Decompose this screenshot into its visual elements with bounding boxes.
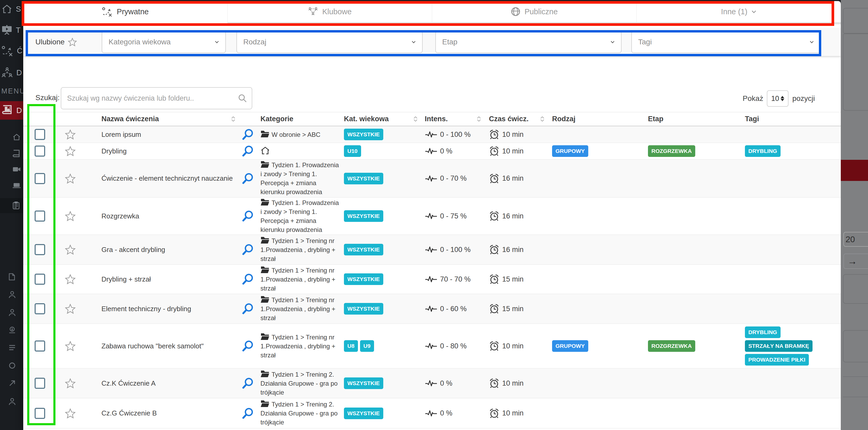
- intensity-cell: 0 - 100 %: [420, 130, 484, 139]
- house-icon[interactable]: [13, 133, 21, 141]
- category-cell: Tydzien 1 > Trening nr 1.Prowadzenia , d…: [257, 333, 341, 360]
- payment-icon[interactable]: [9, 327, 16, 334]
- sidebar-item-active[interactable]: D: [0, 101, 23, 120]
- dimmed-background-strip: 20 →: [841, 0, 868, 430]
- star-icon[interactable]: [65, 274, 75, 284]
- circle-icon[interactable]: [9, 362, 16, 369]
- star-icon[interactable]: [65, 174, 75, 184]
- star-icon[interactable]: [65, 304, 75, 314]
- row-checkbox[interactable]: [35, 274, 45, 285]
- header-intens[interactable]: Intens.: [420, 115, 484, 123]
- dropdown-etap[interactable]: Etap: [435, 31, 622, 53]
- tagi-cell: DRYBLING: [742, 145, 841, 157]
- row-checkbox[interactable]: [35, 303, 45, 314]
- row-select-cell: [23, 146, 56, 157]
- exercise-name: Cz.G Ćwiczenie B: [101, 409, 157, 417]
- favorites-filter[interactable]: Ulubione: [35, 38, 77, 46]
- sort-icon[interactable]: [540, 117, 544, 122]
- star-icon[interactable]: [65, 245, 75, 255]
- star-icon[interactable]: [65, 146, 75, 156]
- search-input[interactable]: [61, 94, 238, 102]
- header-czas-cwicz[interactable]: Czas ćwicz.: [484, 115, 547, 123]
- intensity-value: 0 - 70 %: [440, 174, 467, 183]
- exercise-name: Cz.K Ćwiczenie A: [101, 379, 156, 388]
- row-checkbox[interactable]: [35, 129, 45, 140]
- folder-icon: [260, 333, 270, 340]
- page-size-spinner[interactable]: 10: [767, 90, 788, 107]
- folder-icon: [260, 160, 270, 168]
- user-icon[interactable]: [9, 309, 16, 316]
- folder-path: Tydzien 1 > Trening nr 1.Prowadzenia , d…: [260, 266, 340, 293]
- dropdown-tagi[interactable]: Tagi: [631, 31, 821, 53]
- row-checkbox[interactable]: [35, 211, 45, 222]
- sort-icon[interactable]: [477, 117, 481, 122]
- dropdown-rodzaj[interactable]: Rodzaj: [237, 31, 423, 53]
- camera-icon[interactable]: [13, 166, 21, 172]
- header-kat-wiekowa[interactable]: Kat. wiekowa: [341, 115, 420, 123]
- dropdown-kategoria-wiekowa[interactable]: Kategoria wiekowa: [102, 31, 226, 53]
- sort-icon[interactable]: [231, 117, 235, 122]
- table-header: Nazwa ćwiczenia Kategorie Kat. wiekowa I…: [23, 112, 841, 126]
- tab-klubowe[interactable]: Klubowe: [227, 1, 432, 24]
- tab-publiczne[interactable]: Publiczne: [432, 1, 636, 24]
- preview-search-icon[interactable]: [242, 145, 254, 157]
- intensity-value: 0 %: [440, 147, 453, 155]
- preview-search-icon[interactable]: [242, 407, 254, 420]
- age-category-cell: U10: [341, 145, 420, 157]
- tab-inne[interactable]: Inne (1): [636, 1, 841, 24]
- intensity-cell: 0 - 80 %: [420, 342, 484, 350]
- preview-search-icon[interactable]: [242, 377, 254, 389]
- preview-search-icon[interactable]: [242, 340, 254, 352]
- preview-search-icon[interactable]: [242, 303, 254, 315]
- globe-icon: [511, 7, 520, 17]
- book-icon[interactable]: [13, 150, 20, 157]
- badge: DRYBLING: [745, 145, 781, 157]
- arrow-icon[interactable]: [9, 380, 16, 387]
- laptop-icon[interactable]: [13, 183, 21, 189]
- home-icon: [2, 4, 12, 14]
- row-checkbox[interactable]: [35, 146, 45, 157]
- badge: GRUPOWY: [552, 340, 588, 352]
- sidebar-item-cwiczenia[interactable]: Ć: [0, 44, 23, 57]
- star-icon[interactable]: [68, 38, 77, 46]
- sidebar-item-treningi[interactable]: T: [0, 24, 23, 36]
- star-icon[interactable]: [65, 408, 75, 419]
- preview-search-icon[interactable]: [242, 128, 254, 141]
- preview-search-icon[interactable]: [242, 273, 254, 285]
- header-nazwa-cwiczenia[interactable]: Nazwa ćwiczenia: [84, 115, 238, 123]
- star-icon[interactable]: [65, 341, 75, 351]
- header-kategorie: Kategorie: [257, 115, 341, 123]
- list-icon[interactable]: [9, 344, 16, 351]
- clipboard-icon[interactable]: [13, 202, 20, 210]
- tab-prywatne[interactable]: Prywatne: [23, 1, 227, 24]
- book-icon: [2, 105, 13, 116]
- exercise-name-cell: Cz.K Ćwiczenie A: [84, 379, 238, 388]
- sidebar-item-druzyny[interactable]: D: [0, 67, 23, 79]
- row-checkbox[interactable]: [35, 408, 45, 419]
- sort-icon[interactable]: [414, 117, 417, 122]
- preview-search-icon[interactable]: [242, 244, 254, 256]
- exercise-name: Rozgrzewka: [101, 212, 139, 220]
- user-icon[interactable]: [9, 398, 16, 405]
- etap-cell: ROZGRZEWKA: [645, 340, 742, 352]
- row-checkbox[interactable]: [35, 340, 45, 351]
- spinner-arrows-icon[interactable]: [781, 96, 784, 101]
- row-checkbox[interactable]: [35, 378, 45, 389]
- user-icon[interactable]: [9, 291, 16, 298]
- document-icon[interactable]: [9, 273, 15, 280]
- row-checkbox[interactable]: [35, 244, 45, 255]
- preview-search-icon[interactable]: [242, 173, 254, 185]
- sidebar-item-start[interactable]: S: [0, 3, 23, 15]
- badge: WSZYSTKIE: [344, 173, 383, 184]
- row-checkbox[interactable]: [35, 173, 45, 184]
- badge: ROZGRZEWKA: [648, 340, 695, 352]
- star-icon[interactable]: [65, 211, 75, 221]
- preview-search-icon[interactable]: [242, 210, 254, 222]
- star-icon[interactable]: [65, 129, 75, 140]
- time-cell: 10 min: [484, 378, 547, 389]
- star-icon[interactable]: [65, 378, 75, 388]
- row-select-cell: [23, 303, 56, 314]
- rodzaj-cell: GRUPOWY: [547, 145, 645, 157]
- row-select-cell: [23, 378, 56, 389]
- exercise-name-cell: Drybling + strzał: [84, 275, 238, 283]
